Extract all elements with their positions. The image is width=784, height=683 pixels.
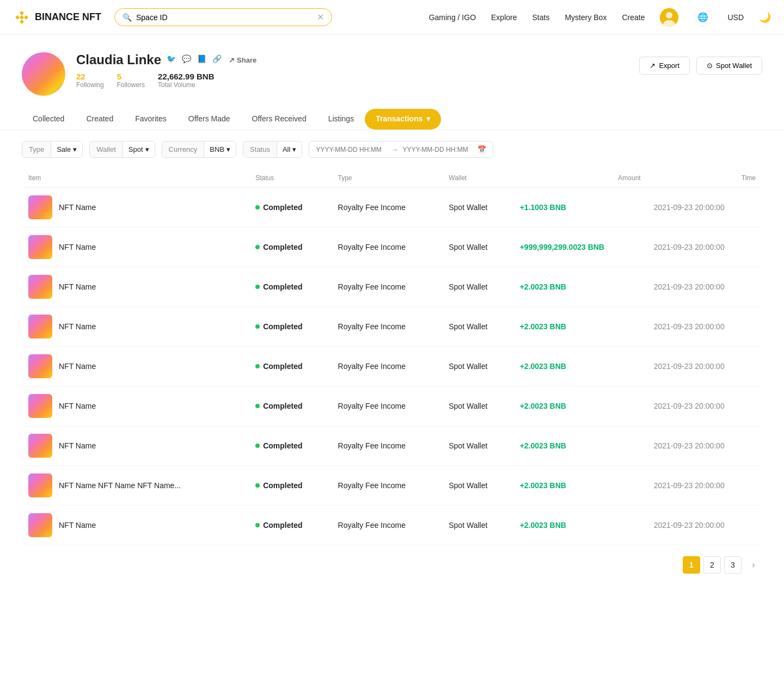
- type-cell: Royalty Fee Income: [332, 307, 443, 347]
- status-text: Completed: [263, 322, 302, 331]
- col-time: Time: [647, 169, 762, 188]
- nft-name: NFT Name: [59, 521, 96, 530]
- nav-create[interactable]: Create: [622, 13, 645, 22]
- status-filter-select[interactable]: All ▾: [277, 141, 302, 157]
- status-text: Completed: [263, 282, 302, 291]
- currency-chevron-icon: ▾: [226, 145, 230, 153]
- total-volume-label: Total Volume: [158, 81, 214, 89]
- status-cell: Completed: [249, 426, 331, 466]
- nft-thumbnail: [28, 315, 52, 339]
- theme-toggle[interactable]: 🌙: [759, 11, 771, 23]
- page-3-button[interactable]: 3: [724, 556, 742, 574]
- tab-collected[interactable]: Collected: [22, 109, 75, 130]
- type-filter[interactable]: Type Sale ▾: [22, 141, 83, 158]
- item-cell: NFT Name: [22, 307, 249, 347]
- nft-thumbnail: [28, 394, 52, 418]
- type-cell: Royalty Fee Income: [332, 347, 443, 386]
- export-button[interactable]: ↗ Export: [639, 57, 690, 75]
- type-cell: Royalty Fee Income: [332, 466, 443, 506]
- status-text: Completed: [263, 481, 302, 490]
- navbar: BINANCE NFT 🔍 ✕ Gaming / IGO Explore Sta…: [0, 0, 784, 35]
- link-icon[interactable]: 🔗: [212, 54, 223, 65]
- page-next-button[interactable]: ›: [745, 556, 762, 574]
- wallet-cell: Spot Wallet: [442, 426, 513, 466]
- tab-offers-made[interactable]: Offers Made: [177, 109, 241, 130]
- wallet-cell: Spot Wallet: [442, 347, 513, 386]
- pagination: 1 2 3 ›: [0, 545, 784, 584]
- avatar[interactable]: [660, 8, 678, 27]
- amount-cell: +2.0023 BNB: [513, 307, 647, 347]
- calendar-icon[interactable]: 📅: [477, 145, 486, 153]
- status-text: Completed: [263, 441, 302, 450]
- nav-gaming[interactable]: Gaming / IGO: [429, 13, 476, 22]
- status-cell: Completed: [249, 466, 331, 506]
- profile-stats: 22 Following 5 Followers 22,662.99 BNB T…: [76, 72, 628, 89]
- item-cell: NFT Name NFT Name NFT Name...: [22, 466, 249, 506]
- profile-avatar: [22, 52, 65, 96]
- transactions-table-container: Item Status Type Wallet Amount Time NFT …: [0, 169, 784, 545]
- nft-name: NFT Name: [59, 243, 96, 251]
- tab-listings[interactable]: Listings: [317, 109, 365, 130]
- followers-stat: 5 Followers: [117, 72, 145, 89]
- type-cell: Royalty Fee Income: [332, 227, 443, 267]
- twitter-icon[interactable]: 🐦: [167, 54, 177, 65]
- logo-text: BINANCE NFT: [35, 11, 101, 23]
- date-range-filter[interactable]: → 📅: [309, 141, 493, 158]
- search-bar[interactable]: 🔍 ✕: [114, 8, 332, 26]
- time-cell: 2021-09-23 20:00:00: [647, 188, 762, 227]
- nav-mystery-box[interactable]: Mystery Box: [565, 13, 607, 22]
- profile-name-row: Claudia Linke 🐦 💬 📘 🔗 ↗ Share: [76, 52, 628, 67]
- wallet-cell: Spot Wallet: [442, 466, 513, 506]
- spot-wallet-button[interactable]: ⊙ Spot Wallet: [696, 57, 762, 75]
- profile-actions: ↗ Export ⊙ Spot Wallet: [639, 57, 762, 75]
- status-dot: [255, 444, 260, 448]
- nft-name: NFT Name: [59, 203, 96, 212]
- item-cell: NFT Name: [22, 386, 249, 426]
- nft-thumbnail: [28, 473, 52, 497]
- nft-name: NFT Name: [59, 282, 96, 291]
- tab-offers-received[interactable]: Offers Received: [241, 109, 317, 130]
- page-1-button[interactable]: 1: [683, 556, 700, 574]
- table-row: NFT Name Completed Royalty Fee Income Sp…: [22, 426, 762, 466]
- discord-icon[interactable]: 💬: [182, 54, 193, 65]
- status-text: Completed: [263, 402, 302, 410]
- currency-filter[interactable]: Currency BNB ▾: [162, 141, 236, 158]
- nft-name: NFT Name NFT Name NFT Name...: [59, 481, 181, 490]
- share-button[interactable]: ↗ Share: [229, 56, 256, 64]
- currency-filter-label: Currency: [162, 141, 205, 157]
- clear-search-icon[interactable]: ✕: [317, 12, 324, 22]
- tab-created[interactable]: Created: [75, 109, 124, 130]
- status-dot: [255, 205, 260, 210]
- tab-favorites[interactable]: Favorites: [124, 109, 177, 130]
- currency-filter-select[interactable]: BNB ▾: [204, 141, 236, 157]
- currency-selector[interactable]: USD: [727, 13, 744, 22]
- nft-thumbnail: [28, 354, 52, 378]
- table-row: NFT Name Completed Royalty Fee Income Sp…: [22, 386, 762, 426]
- table-row: NFT Name Completed Royalty Fee Income Sp…: [22, 188, 762, 227]
- page-2-button[interactable]: 2: [703, 556, 721, 574]
- logo[interactable]: BINANCE NFT: [13, 9, 101, 26]
- search-input[interactable]: [136, 13, 313, 22]
- nft-name: NFT Name: [59, 362, 96, 371]
- time-cell: 2021-09-23 20:00:00: [647, 506, 762, 545]
- social-icons: 🐦 💬 📘 🔗: [167, 54, 223, 65]
- nav-explore[interactable]: Explore: [491, 13, 517, 22]
- wallet-cell: Spot Wallet: [442, 188, 513, 227]
- date-to-input[interactable]: [402, 146, 473, 153]
- facebook-icon[interactable]: 📘: [197, 54, 208, 65]
- date-from-input[interactable]: [316, 146, 387, 153]
- nft-thumbnail: [28, 513, 52, 537]
- globe-icon[interactable]: 🌐: [694, 8, 712, 27]
- amount-cell: +2.0023 BNB: [513, 466, 647, 506]
- wallet-cell: Spot Wallet: [442, 307, 513, 347]
- item-cell: NFT Name: [22, 426, 249, 466]
- wallet-filter-select[interactable]: Spot ▾: [123, 141, 155, 157]
- status-cell: Completed: [249, 307, 331, 347]
- nav-stats[interactable]: Stats: [532, 13, 549, 22]
- time-cell: 2021-09-23 20:00:00: [647, 227, 762, 267]
- wallet-filter[interactable]: Wallet Spot ▾: [89, 141, 155, 158]
- table-row: NFT Name NFT Name NFT Name... Completed …: [22, 466, 762, 506]
- type-filter-select[interactable]: Sale ▾: [51, 141, 82, 157]
- tab-transactions[interactable]: Transactions ▾: [365, 109, 440, 130]
- status-filter[interactable]: Status All ▾: [243, 141, 302, 158]
